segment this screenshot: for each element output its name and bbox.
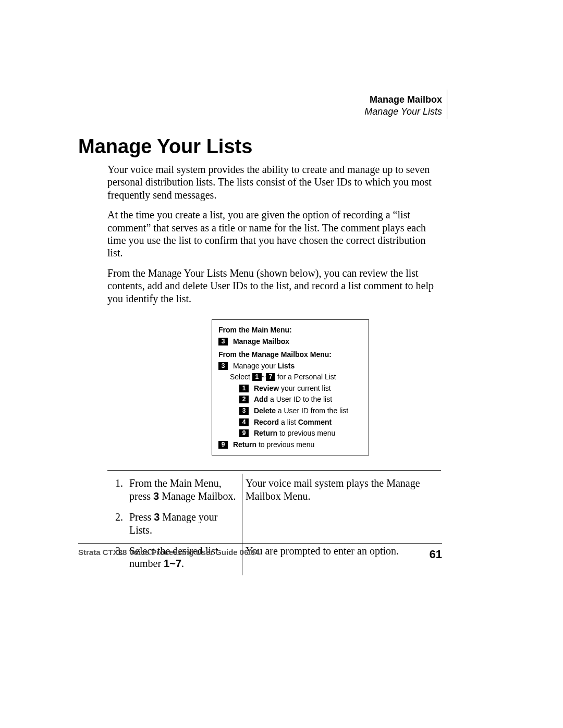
menu-text-bold: Add (254, 395, 268, 403)
menu-option-delete: 3 Delete a User ID from the list (239, 406, 362, 416)
menu-item-manage-lists: 3 Manage your Lists (218, 361, 362, 372)
step-index: 1. (107, 474, 126, 508)
menu-text-bold: Record (254, 418, 279, 426)
menu-head-main: From the Main Menu: (218, 325, 362, 336)
step-index: 2. (107, 508, 126, 541)
menu-option-return-inner: 9 Return to previous menu (239, 428, 362, 439)
menu-text: for a Personal List (275, 373, 336, 381)
keycap-7-icon: 7 (266, 373, 275, 381)
menu-text-bold: Review (254, 384, 279, 392)
keycap-3-icon: 3 (218, 362, 228, 370)
menu-text-bold: Return (233, 440, 256, 449)
menu-head-mailbox: From the Manage Mailbox Menu: (218, 350, 362, 360)
step-result (242, 508, 431, 541)
menu-text: your current list (279, 384, 331, 392)
table-row: 1. From the Main Menu, press 3 Manage Ma… (107, 474, 431, 508)
body-text: Your voice mail system provides the abil… (107, 163, 441, 575)
chapter-label: Manage Mailbox (364, 94, 442, 106)
paragraph-1: Your voice mail system provides the abil… (107, 163, 441, 201)
menu-text: a User ID to the list (268, 395, 332, 403)
menu-item-manage-mailbox: 3 Manage Mailbox (218, 337, 362, 347)
paragraph-2: At the time you create a list, you are g… (107, 208, 441, 260)
footer-title: Strata CTX28 Voice Processing User Guide… (78, 548, 259, 557)
menu-box: From the Main Menu: 3 Manage Mailbox Fro… (212, 319, 369, 456)
menu-text-bold: Comment (298, 418, 332, 426)
keycap-2-icon: 2 (239, 396, 249, 403)
step-action: Press 3 Manage your Lists. (126, 508, 242, 541)
table-row: 2. Press 3 Manage your Lists. (107, 508, 431, 541)
keycap-1-icon: 1 (239, 385, 249, 392)
page-number: 61 (430, 548, 442, 561)
menu-text: ~ (262, 373, 266, 381)
menu-option-return-outer: 9 Return to previous menu (218, 440, 362, 450)
steps-divider (107, 470, 441, 471)
menu-option-add: 2 Add a User ID to the list (239, 394, 362, 405)
menu-text-bold: Return (254, 429, 277, 437)
menu-text: to previous menu (277, 429, 335, 437)
menu-text: a list (279, 418, 298, 426)
menu-text-bold: Lists (278, 362, 295, 370)
keycap-1-icon: 1 (252, 373, 262, 381)
header-rule (447, 90, 447, 119)
running-header: Manage Mailbox Manage Your Lists (364, 94, 442, 117)
step-text: Press (129, 511, 154, 523)
menu-option-review: 1 Review your current list (239, 384, 362, 394)
section-label: Manage Your Lists (364, 106, 442, 118)
step-action: From the Main Menu, press 3 Manage Mailb… (126, 474, 242, 508)
step-text: Manage Mailbox. (159, 490, 236, 502)
menu-text: Manage your (233, 362, 278, 370)
menu-text: Select (230, 373, 252, 381)
keycap-9-icon: 9 (239, 429, 249, 437)
menu-label: Manage Mailbox (233, 337, 289, 346)
step-result: Your voice mail system plays the Manage … (242, 474, 431, 508)
menu-option-record: 4 Record a list Comment (239, 417, 362, 428)
keycap-3-icon: 3 (239, 407, 249, 415)
menu-text: to previous menu (256, 440, 314, 449)
keycap-3-icon: 3 (218, 338, 228, 346)
footer-rule (78, 543, 442, 544)
page-footer: Strata CTX28 Voice Processing User Guide… (78, 548, 442, 561)
step-key: 3 (153, 490, 159, 502)
paragraph-3: From the Manage Your Lists Menu (shown b… (107, 267, 441, 305)
menu-text: a User ID from the list (276, 406, 348, 415)
menu-select-range: Select 1~7 for a Personal List (230, 372, 362, 382)
document-page: Manage Mailbox Manage Your Lists Manage … (0, 0, 563, 728)
page-title: Manage Your Lists (78, 135, 490, 158)
step-key: 3 (154, 511, 160, 523)
keycap-4-icon: 4 (239, 418, 249, 426)
keycap-9-icon: 9 (218, 441, 228, 449)
menu-text-bold: Delete (254, 406, 276, 415)
